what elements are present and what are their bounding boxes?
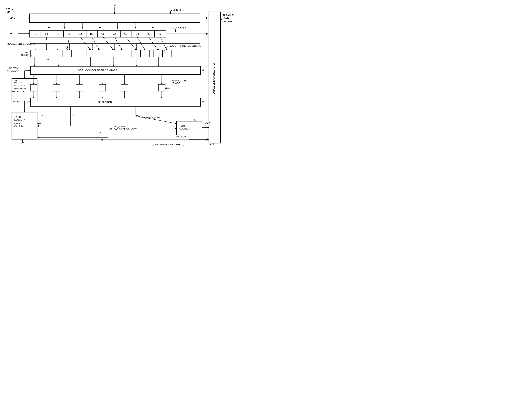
parallel-reg-label: PARALLEL DATA REGISTER xyxy=(212,62,215,95)
svg-rect-40 xyxy=(39,50,48,57)
parallel-output-label2: DATA xyxy=(223,17,230,20)
up-down-label2: COMMAND xyxy=(7,70,19,73)
svg-rect-41 xyxy=(54,50,63,57)
svg-rect-76 xyxy=(158,84,165,91)
reload-shift-label: (RELOAD SHIFT COUNTER) xyxy=(109,128,137,130)
svg-rect-75 xyxy=(121,84,128,91)
detector-label: DETECTOR xyxy=(98,101,112,104)
g5-label: G5 xyxy=(101,33,104,35)
load-label: LOAD xyxy=(204,122,210,125)
out-of-sync-label: out_of_sync xyxy=(177,135,188,138)
f1f0-compare-label2: COMPARE xyxy=(21,54,32,56)
match-counter-label: MATCH xyxy=(14,82,21,84)
svg-rect-48 xyxy=(140,50,149,57)
svg-rect-74 xyxy=(99,84,106,91)
serial-inputs-label: SERIAL xyxy=(6,8,14,11)
svg-rect-47 xyxy=(132,50,140,57)
svg-text:~: ~ xyxy=(27,101,28,104)
sync-recovery-label: SYNC xyxy=(15,116,21,118)
shift-counter-label2: COUNTER xyxy=(179,127,190,130)
ref74: 74 xyxy=(28,101,31,103)
b2-label: B2 xyxy=(90,33,93,35)
svg-rect-43 xyxy=(86,50,95,57)
sync-recovery-label4: MACHINE xyxy=(13,125,23,127)
hs-label: HS xyxy=(56,33,59,35)
parallel-output-label: PARALLEL xyxy=(222,14,235,17)
lost-lock-label: LOST LOCK COUNTER COMPARE xyxy=(76,69,118,72)
still-active-label: "STILL ACTIVE" xyxy=(171,79,187,82)
sync-recovery-label3: STATE xyxy=(14,122,20,124)
svg-rect-0 xyxy=(29,14,200,22)
md0-label: MD0 xyxy=(10,17,15,20)
svg-text:~: ~ xyxy=(200,100,202,103)
still-active-label2: FLAGS xyxy=(172,82,180,85)
svg-rect-72 xyxy=(53,84,60,91)
ref79: 79 xyxy=(99,132,101,134)
match-counter-label4: DETECTOR xyxy=(12,90,24,93)
svg-rect-45 xyxy=(109,50,118,57)
serial-inputs-label2: INPUTS xyxy=(6,11,15,14)
disable-parallel-label: (DISABLE PARALLEL OUTPUT) xyxy=(153,143,184,146)
ref70: 70 xyxy=(211,143,214,145)
mc-top-label: MC xyxy=(114,4,118,6)
svg-rect-89 xyxy=(30,98,200,106)
f0-label: F0 xyxy=(45,33,48,35)
svg-line-2 xyxy=(18,12,21,16)
svg-rect-50 xyxy=(162,50,171,57)
ref71: 71 xyxy=(202,69,204,71)
svg-line-38 xyxy=(161,46,168,56)
match-counter-label3: THRESHOLD xyxy=(12,87,26,90)
up-down-label: UP/DOWN xyxy=(7,67,18,70)
g1-label: G1 xyxy=(124,33,127,35)
r3-label: R3 xyxy=(147,33,150,35)
load-count-label: LOAD/COUNT COMMAND xyxy=(7,43,35,45)
svg-rect-73 xyxy=(76,84,83,91)
md1-shifter-label: MD1 SHIFTER xyxy=(171,26,186,29)
ref81: 81 xyxy=(194,119,196,121)
f1f0-compare-label: F1:F0 xyxy=(22,51,28,54)
md1-label: MD1 xyxy=(10,32,15,35)
b3-label: B3 xyxy=(79,33,82,35)
svg-rect-42 xyxy=(63,50,72,57)
svg-text:~: ~ xyxy=(209,143,211,146)
sync-found-label: sync_found xyxy=(114,125,125,127)
ref82: 82 xyxy=(42,114,44,116)
two-bit-sync-label: TWO-BIT "SYNC" COUNTERS xyxy=(169,44,201,47)
lost-lock-label: lost_lock xyxy=(13,100,21,103)
ref75: 75 xyxy=(202,100,204,103)
match-counter-label2: COUNTER / xyxy=(13,84,25,87)
svg-rect-71 xyxy=(30,84,37,91)
shift-counter-label: SHIFT xyxy=(181,125,187,127)
svg-rect-49 xyxy=(154,50,162,57)
ref72: 72 xyxy=(46,59,49,61)
svg-text:~: ~ xyxy=(200,69,202,72)
r2-label: R2 xyxy=(158,33,161,35)
md0-shifter-label: MD0 SHIFTER xyxy=(171,9,186,11)
svg-rect-44 xyxy=(95,50,104,57)
f1-label: F1 xyxy=(34,33,37,35)
ref80: 80 xyxy=(101,139,103,141)
vs-label: VS xyxy=(67,33,70,35)
sync-recovery-label2: RECOVERY xyxy=(13,119,25,121)
parallel-output-label3: OUTPUT xyxy=(222,20,232,23)
g0-label: G0 xyxy=(136,33,139,35)
g4-label: G4 xyxy=(113,33,116,35)
svg-rect-46 xyxy=(118,50,127,57)
ref76: 76 xyxy=(72,114,74,116)
